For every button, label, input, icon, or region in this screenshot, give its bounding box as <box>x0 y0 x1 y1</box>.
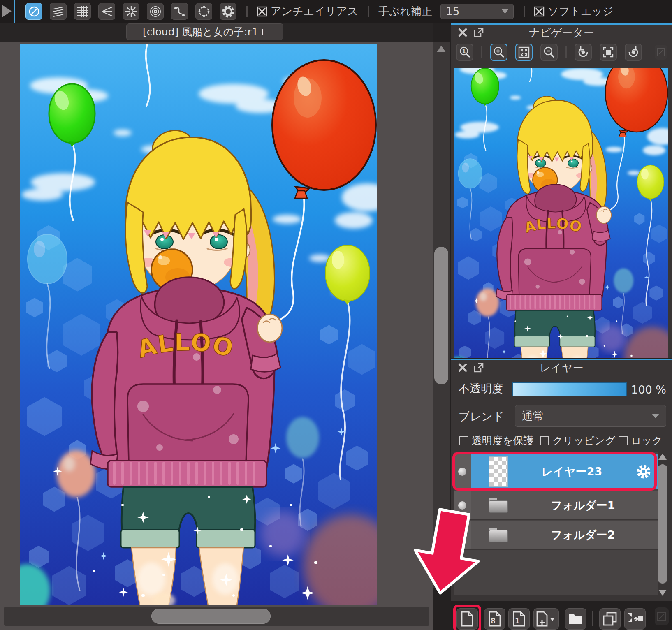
vanishing-point-tool-button[interactable] <box>98 3 115 20</box>
scroll-up-icon[interactable] <box>658 454 667 460</box>
navigator-separator <box>565 46 567 58</box>
reset-view-button[interactable] <box>600 44 617 61</box>
layer-visibility-toggle[interactable] <box>454 454 471 489</box>
zoom-in-button[interactable] <box>490 44 507 61</box>
grid-tool-button[interactable] <box>74 3 91 20</box>
visibility-dot-icon <box>458 468 466 476</box>
panel-resize-grip[interactable] <box>655 45 667 60</box>
resize-grip-icon <box>657 611 667 621</box>
protect-alpha-checkbox[interactable]: 透明度を保護 <box>459 434 534 447</box>
lock-checkbox[interactable]: ロック <box>619 434 663 447</box>
new-layer-button[interactable] <box>456 608 478 630</box>
new-layer-icon <box>460 611 474 627</box>
soft-edge-label: ソフトエッジ <box>548 4 614 19</box>
panel-resize-grip[interactable] <box>655 607 669 625</box>
toolbar-separator <box>246 6 248 17</box>
vertical-scroll-thumb[interactable] <box>434 247 448 384</box>
new-1bit-layer-icon: 1 <box>512 611 526 627</box>
soft-edge-option[interactable]: ソフトエッジ <box>534 4 614 19</box>
zoom-out-button[interactable] <box>540 44 558 61</box>
layer-row-selected[interactable]: レイヤー23 <box>454 454 658 489</box>
add-layer-menu-button[interactable] <box>533 608 559 630</box>
layers-header: レイヤー <box>451 360 672 375</box>
canvas-horizontal-scrollbar[interactable] <box>4 607 429 626</box>
duplicate-layer-button[interactable] <box>599 608 621 630</box>
opacity-slider[interactable] <box>512 382 627 396</box>
anti-alias-option[interactable]: アンチエイリアス <box>257 4 358 19</box>
chevron-down-icon <box>652 414 659 418</box>
add-layer-menu-icon <box>536 611 556 627</box>
scroll-down-icon[interactable] <box>658 590 667 596</box>
opacity-label: 不透明度 <box>459 382 503 395</box>
rotate-ccw-icon <box>577 46 589 58</box>
layer-name: フォルダー2 <box>508 528 658 542</box>
panel-expand-arrow-icon[interactable] <box>2 5 12 18</box>
layer-name: レイヤー23 <box>508 464 636 479</box>
zoom-in-icon <box>493 46 505 58</box>
radial-lines-tool-button[interactable] <box>123 3 139 20</box>
navigator-separator <box>481 46 482 58</box>
concentric-circles-tool-button[interactable] <box>147 3 164 20</box>
annotation-arrow <box>387 506 494 605</box>
parallel-lines-tool-button[interactable] <box>50 3 67 20</box>
fit-screen-button[interactable] <box>515 44 533 61</box>
navigator-header: ナビゲーター <box>451 25 672 40</box>
svg-text:1: 1 <box>515 617 520 625</box>
opacity-value: 100 % <box>631 383 666 396</box>
protect-alpha-label: 透明度を保護 <box>472 434 534 447</box>
resize-grip-icon <box>656 48 665 57</box>
none-tool-button[interactable] <box>25 3 42 20</box>
layer-settings-gear-icon[interactable] <box>636 464 651 479</box>
curve-icon <box>174 5 186 18</box>
brush-settings-button[interactable] <box>220 3 236 20</box>
parallel-lines-icon <box>52 5 65 18</box>
checked-checkbox-icon <box>534 6 545 17</box>
scroll-up-icon[interactable] <box>437 46 446 52</box>
stabilization-value: 15 <box>446 5 459 18</box>
concentric-circles-icon <box>149 5 162 18</box>
new-folder-icon <box>568 613 583 625</box>
blend-mode-dropdown[interactable]: 通常 <box>515 405 666 427</box>
curve-tool-button[interactable] <box>171 3 188 20</box>
layer-list-scrollbar[interactable] <box>657 454 668 596</box>
navigator-panel: ナビゲーター 1 <box>451 23 672 358</box>
layer-name: フォルダー1 <box>508 498 658 513</box>
new-8bit-layer-button[interactable]: 8 <box>484 608 505 630</box>
clipping-checkbox[interactable]: クリッピング <box>540 434 616 447</box>
artwork-canvas[interactable] <box>20 44 377 605</box>
toolbar-separator <box>368 6 369 17</box>
horizontal-scroll-thumb[interactable] <box>151 609 271 624</box>
layers-toolbar-separator <box>592 611 593 626</box>
navigator-title: ナビゲーター <box>451 25 672 40</box>
layer-scroll-thumb[interactable] <box>658 464 667 584</box>
reset-view-icon <box>602 46 614 58</box>
document-tab[interactable]: [cloud] 風船と女の子:r1+ <box>126 23 283 40</box>
brush-correction-tools <box>25 3 236 20</box>
grid-icon <box>76 5 89 18</box>
layers-title: レイヤー <box>451 361 672 375</box>
symmetry-tool-button[interactable] <box>195 3 212 20</box>
rotate-cw-button[interactable] <box>625 44 642 61</box>
merge-layer-icon <box>627 612 643 625</box>
rotate-cw-icon <box>627 46 640 58</box>
svg-text:8: 8 <box>491 617 496 625</box>
merge-layer-button[interactable] <box>624 608 646 630</box>
checkbox-icon <box>619 436 628 445</box>
document-title: [cloud] 風船と女の子:r1+ <box>143 25 267 39</box>
layers-toolbar: 8 1 <box>451 601 672 630</box>
lock-label: ロック <box>631 434 663 447</box>
stabilization-dropdown[interactable]: 15 <box>440 4 514 19</box>
vanishing-lines-icon <box>101 5 113 18</box>
navigator-toolbar: 1 <box>451 40 672 63</box>
new-folder-button[interactable] <box>565 608 586 630</box>
zoom-100-button[interactable]: 1 <box>456 44 473 61</box>
new-8bit-layer-icon: 8 <box>488 611 502 627</box>
new-1bit-layer-button[interactable]: 1 <box>508 608 530 630</box>
navigator-preview[interactable] <box>454 68 668 358</box>
symmetry-circle-icon <box>198 5 210 18</box>
toolbar-separator <box>524 6 525 17</box>
clipping-label: クリッピング <box>552 434 616 447</box>
layer-thumbnail <box>489 456 508 487</box>
zoom-100-icon: 1 <box>459 46 471 58</box>
rotate-ccw-button[interactable] <box>575 44 592 61</box>
